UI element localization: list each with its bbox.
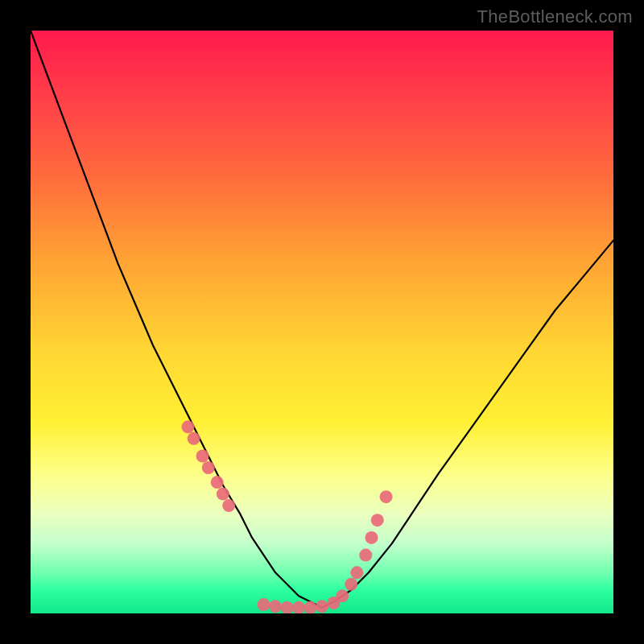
data-point — [365, 531, 378, 544]
data-point-markers — [182, 420, 393, 613]
data-point — [304, 601, 317, 613]
plot-area — [31, 31, 613, 613]
data-point — [202, 461, 215, 474]
data-point — [350, 566, 363, 579]
data-point — [359, 549, 372, 562]
data-point — [196, 450, 209, 463]
data-point — [328, 597, 341, 609]
data-point — [217, 488, 229, 501]
data-point — [211, 476, 224, 489]
data-point — [345, 578, 357, 591]
data-point — [188, 432, 200, 445]
data-point — [292, 601, 305, 613]
data-point — [336, 589, 349, 602]
data-point — [222, 499, 235, 512]
data-point — [258, 598, 270, 611]
data-point — [269, 600, 282, 613]
data-point — [380, 490, 393, 503]
bottleneck-curve — [31, 31, 613, 608]
data-point — [371, 514, 384, 526]
data-point — [182, 420, 195, 433]
data-point — [316, 600, 328, 613]
data-point — [281, 601, 294, 613]
chart-svg — [31, 31, 613, 613]
watermark: TheBottleneck.com — [477, 6, 633, 27]
